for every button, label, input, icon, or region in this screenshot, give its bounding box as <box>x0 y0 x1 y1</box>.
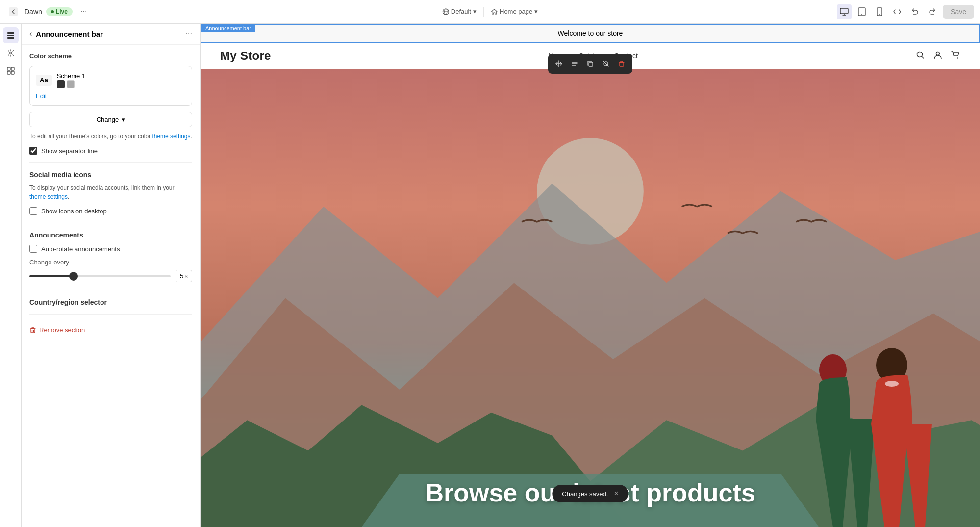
svg-rect-13 <box>7 37 14 39</box>
home-page-label: Home page <box>500 8 532 15</box>
svg-rect-25 <box>589 62 593 66</box>
more-options-button[interactable]: ··· <box>76 4 91 19</box>
remove-section-label: Remove section <box>39 326 85 334</box>
save-button[interactable]: Save <box>943 5 974 19</box>
svg-rect-4 <box>840 8 848 14</box>
mobile-view-button[interactable] <box>872 4 887 19</box>
svg-rect-15 <box>7 67 10 70</box>
code-view-button[interactable] <box>890 4 905 19</box>
swatch-light <box>67 80 75 88</box>
slider-thumb[interactable] <box>69 272 78 281</box>
separator-label[interactable]: Show separator line <box>41 147 98 155</box>
svg-line-30 <box>922 56 924 58</box>
store-name: My Store <box>220 49 271 63</box>
svg-point-10 <box>879 14 880 15</box>
account-icon[interactable] <box>933 50 943 62</box>
live-label: Live <box>56 8 68 15</box>
redo-button[interactable] <box>925 4 940 19</box>
show-icons-checkbox[interactable] <box>29 207 37 215</box>
sidebar-header: ‹ Announcement bar ··· <box>22 24 200 45</box>
auto-rotate-label[interactable]: Auto-rotate announcements <box>41 245 120 253</box>
scheme-swatches <box>57 80 86 88</box>
svg-rect-16 <box>11 67 14 70</box>
theme-settings-link[interactable]: theme settings <box>152 133 190 140</box>
svg-point-8 <box>861 14 862 15</box>
tablet-view-button[interactable] <box>854 4 869 19</box>
preview-area: Announcement bar Welcome to our store <box>201 24 980 527</box>
hero-section: Browse our latest products <box>201 69 980 527</box>
undo-button[interactable] <box>907 4 922 19</box>
section-divider-1 <box>29 162 192 163</box>
desktop-view-button[interactable] <box>837 4 852 19</box>
show-icons-label[interactable]: Show icons on desktop <box>41 208 107 215</box>
scheme-name: Scheme 1 <box>57 72 86 79</box>
change-label: Change <box>97 116 119 123</box>
live-badge: Live <box>46 7 73 16</box>
color-scheme-box: Aa Scheme 1 Edit <box>29 66 192 106</box>
floating-toolbar <box>548 54 632 74</box>
slider-row: 5 s <box>29 270 192 282</box>
announcements-title: Announcements <box>29 231 192 239</box>
svg-rect-28 <box>620 62 624 66</box>
change-every-label: Change every <box>29 259 192 266</box>
sidebar-icon-settings[interactable] <box>3 45 19 61</box>
social-title: Social media icons <box>29 171 192 179</box>
svg-point-32 <box>955 57 955 58</box>
scheme-row: Aa Scheme 1 <box>36 72 186 88</box>
auto-rotate-checkbox[interactable] <box>29 245 37 253</box>
ft-hide-button[interactable] <box>599 57 613 71</box>
svg-rect-0 <box>9 7 18 16</box>
ft-move-button[interactable] <box>552 57 566 71</box>
color-help-text: To edit all your theme's colors, go to y… <box>29 132 192 141</box>
slider-unit: s <box>185 272 188 280</box>
svg-rect-17 <box>7 71 10 74</box>
svg-point-14 <box>9 52 12 54</box>
default-label: Default <box>451 8 471 15</box>
sidebar-more-button[interactable]: ··· <box>186 29 192 38</box>
sidebar-section-title: Announcement bar <box>36 30 181 38</box>
sidebar-back-button[interactable]: ‹ <box>29 29 32 38</box>
color-scheme-label: Color scheme <box>29 53 192 60</box>
scheme-preview: Aa <box>36 75 52 86</box>
social-settings-link[interactable]: theme settings <box>29 193 68 200</box>
top-bar: Dawn Live ··· Default ▾ <box>0 0 980 24</box>
swatch-dark <box>57 80 65 88</box>
change-scheme-button[interactable]: Change ▾ <box>29 112 192 127</box>
main-layout: ‹ Announcement bar ··· Color scheme Aa S… <box>0 24 980 527</box>
search-icon[interactable] <box>915 50 925 62</box>
svg-rect-12 <box>7 35 14 36</box>
slider-track[interactable] <box>29 275 171 277</box>
slider-value: 5 <box>180 272 183 280</box>
ft-delete-button[interactable] <box>615 57 628 71</box>
top-bar-right: Save <box>837 4 974 19</box>
toast-message: Changes saved. <box>562 490 608 498</box>
nav-icons <box>915 50 960 62</box>
ft-align-button[interactable] <box>568 57 581 71</box>
svg-point-37 <box>885 381 899 387</box>
top-bar-center: Default ▾ Home page ▾ <box>438 6 542 17</box>
announcement-bar[interactable]: Announcement bar Welcome to our store <box>201 24 980 43</box>
sidebar-icon-apps[interactable] <box>3 63 19 79</box>
sidebar-icon-sections[interactable] <box>3 27 19 43</box>
announcement-bar-label: Announcement bar <box>201 25 255 32</box>
social-help-1: To display your social media accounts, l… <box>29 184 174 191</box>
hero-illustration: Browse our latest products <box>201 69 980 527</box>
theme-name: Dawn <box>25 8 42 16</box>
back-button[interactable] <box>6 4 21 19</box>
social-media-section: Social media icons To display your socia… <box>29 171 192 215</box>
default-selector[interactable]: Default ▾ <box>438 6 480 17</box>
ft-duplicate-button[interactable] <box>583 57 597 71</box>
sidebar-icon-strip <box>0 24 22 527</box>
separator-checkbox-row: Show separator line <box>29 147 192 155</box>
cart-icon[interactable] <box>951 50 960 62</box>
toast-close-button[interactable]: × <box>614 490 618 498</box>
svg-point-33 <box>957 57 958 58</box>
country-selector-section: Country/region selector <box>29 298 192 306</box>
separator-checkbox[interactable] <box>29 147 37 155</box>
change-chevron: ▾ <box>122 116 125 123</box>
scheme-edit-link[interactable]: Edit <box>36 92 186 100</box>
auto-rotate-row: Auto-rotate announcements <box>29 245 192 253</box>
default-chevron: ▾ <box>473 8 477 15</box>
remove-section-button[interactable]: Remove section <box>29 322 85 338</box>
home-page-selector[interactable]: Home page ▾ <box>487 6 542 17</box>
